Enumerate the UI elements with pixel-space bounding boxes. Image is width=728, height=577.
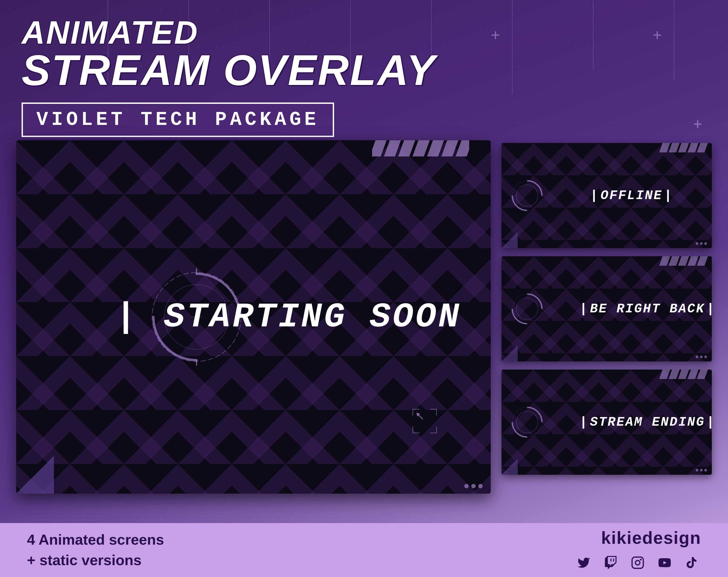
stripe-piece-7 [456,140,469,156]
starting-soon-text: STARTING SOON [115,298,491,337]
small-hud-circle-1 [510,178,545,213]
dot-2 [471,484,476,488]
tiktok-icon[interactable] [682,553,701,572]
sdot-2 [700,242,703,245]
title-line2: STREAM OVERLAY [22,49,436,92]
stripe-accent-top-right [372,140,469,162]
svg-rect-21 [632,557,643,568]
plus-accent-3: + [693,116,702,132]
sdot-3 [704,242,707,245]
offline-text: OFFLINE [590,188,673,203]
dots-bottom-right [464,484,483,488]
package-box: VIOLET TECH PACKAGE [22,102,334,137]
bottom-text-line2: + static versions [27,550,164,571]
bottom-text-line1: 4 Animated screens [27,529,164,550]
stripe-piece-5 [427,140,444,156]
stripe-bar [372,140,469,162]
dot-3 [478,484,483,488]
sdot2-2 [700,355,703,358]
small-stripe-3 [659,370,709,379]
svg-point-19 [516,411,538,433]
small-hud-circle-3 [510,405,545,440]
twitter-icon[interactable] [574,553,593,572]
title-section: ANIMATED STREAM OVERLAY VIOLET TECH PACK… [22,16,436,137]
small-dots-3 [696,469,707,472]
dot-1 [464,484,469,488]
be-right-back-screen: BE RIGHT BACK [501,256,712,361]
offline-screen: OFFLINE [501,143,712,248]
title-line1: ANIMATED [22,16,436,49]
youtube-icon[interactable] [655,553,674,572]
sdot2-3 [704,355,707,358]
svg-point-17 [516,298,538,320]
preview-area: STARTING SOON [16,140,712,518]
instagram-icon[interactable] [628,553,647,572]
package-name: VIOLET TECH PACKAGE [36,109,319,131]
stripe-piece-2 [384,140,401,156]
small-screens-column: OFFLINE [501,143,712,475]
stripe-piece-4 [413,140,430,156]
corner-triangle-bl [16,456,54,494]
small-corner-tri-1 [501,232,518,248]
stream-ending-text: STREAM ENDING [579,415,712,429]
small-dots-1 [696,242,707,245]
svg-point-23 [640,559,642,560]
stream-ending-screen: STREAM ENDING [501,370,712,475]
main-screen: STARTING SOON [16,140,491,494]
small-stripe-2 [659,256,709,266]
stripe-piece-3 [398,140,415,156]
small-dots-2 [696,355,707,358]
small-corner-tri-2 [501,345,518,361]
twitch-icon[interactable] [601,553,620,572]
sdot2-1 [696,355,698,358]
small-stripe-1 [659,143,709,152]
target-cursor [413,409,437,434]
brand-name: kikiedesign [601,528,701,548]
small-hud-circle-2 [510,291,545,326]
bottom-brand: kikiedesign [574,528,701,572]
bottom-description: 4 Animated screens + static versions [27,529,164,570]
plus-accent-1: + [491,27,500,43]
sdot3-3 [704,469,707,472]
svg-point-15 [516,185,538,206]
social-icons [574,553,701,572]
plus-accent-2: + [652,27,662,43]
sdot-1 [696,242,698,245]
small-corner-tri-3 [501,458,518,475]
svg-point-22 [635,560,640,565]
stripe-piece-1 [372,140,387,156]
be-right-back-text: BE RIGHT BACK [579,302,712,316]
sdot3-2 [700,469,703,472]
stripe-piece-6 [441,140,458,156]
sdot3-1 [696,469,698,472]
bottom-bar: 4 Animated screens + static versions kik… [0,523,728,577]
